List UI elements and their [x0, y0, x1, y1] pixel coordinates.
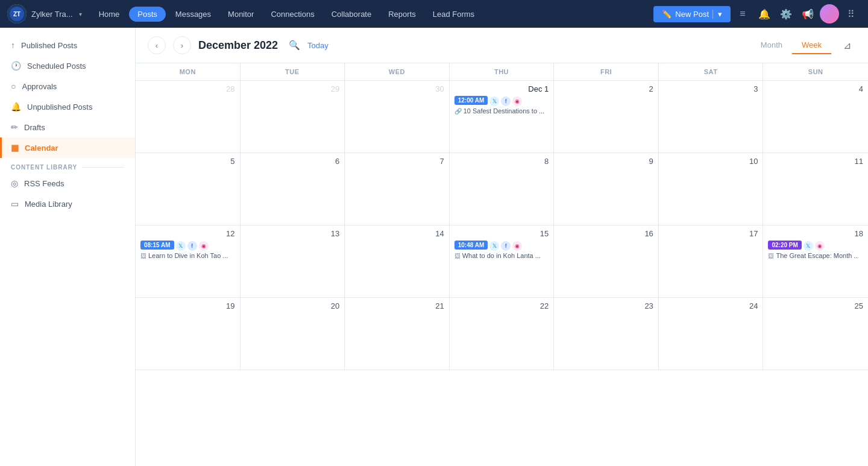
grid-icon[interactable]: ≡	[733, 4, 752, 24]
nav-home[interactable]: Home	[92, 6, 127, 22]
settings-icon[interactable]: ⚙️	[776, 4, 796, 24]
sidebar: ↑ Published Posts 🕐 Scheduled Posts ○ Ap…	[0, 28, 136, 466]
calendar-cell[interactable]: 16	[554, 225, 659, 298]
sidebar-label-media-library: Media Library	[25, 200, 72, 209]
twitter-social-icon: 𝕏	[804, 241, 813, 251]
sidebar-item-calendar[interactable]: ▦ Calendar	[0, 137, 135, 158]
calendar-cell[interactable]: 5	[136, 153, 241, 225]
calendar-cell[interactable]: 19	[136, 298, 241, 370]
calendar-cell[interactable]: 23	[554, 298, 659, 370]
calendar-view-controls: Month Week ⊿	[751, 37, 856, 54]
sidebar-item-rss-feeds[interactable]: ◎ RSS Feeds	[0, 173, 135, 194]
post-event[interactable]: 08:15 AM𝕏f◉🖼Learn to Dive in Koh Tao ...	[140, 241, 235, 259]
calendar-cell[interactable]: 4	[763, 81, 868, 153]
calendar-cell[interactable]: 6	[241, 153, 345, 225]
calendar-cell[interactable]: 11	[763, 153, 868, 225]
calendar-cell[interactable]: 20	[241, 298, 345, 370]
today-button[interactable]: Today	[307, 41, 329, 50]
post-title: 🖼The Great Escape: Month ...	[768, 252, 858, 259]
sidebar-label-approvals: Approvals	[22, 82, 57, 91]
calendar-cell[interactable]: 13	[241, 225, 345, 298]
day-header-sat: SAT	[659, 63, 764, 80]
post-event[interactable]: 02:20 PM𝕏◉🖼The Great Escape: Month ...	[768, 241, 863, 259]
calendar-cell[interactable]: 17	[659, 225, 764, 298]
calendar-cell[interactable]: 8	[450, 153, 555, 225]
day-number: 20	[245, 301, 340, 310]
media-icon: ▭	[11, 199, 19, 209]
instagram-social-icon: ◉	[815, 241, 825, 251]
post-title-text: 10 Safest Destinations to ...	[464, 107, 545, 115]
calendar-cell[interactable]: 9	[554, 153, 659, 225]
divider-line	[82, 167, 124, 168]
calendar-cell[interactable]: 29	[241, 81, 345, 153]
day-header-tue: TUE	[241, 63, 345, 80]
post-event[interactable]: 10:48 AM𝕏f◉🖼What to do in Koh Lanta ...	[454, 241, 549, 259]
prev-month-button[interactable]: ‹	[148, 36, 166, 54]
nav-connections[interactable]: Connections	[263, 6, 321, 22]
calendar-cell[interactable]: 28	[136, 81, 241, 153]
day-number: 7	[350, 157, 444, 166]
nav-messages[interactable]: Messages	[168, 6, 218, 22]
calendar-cell[interactable]: 1802:20 PM𝕏◉🖼The Great Escape: Month ...	[763, 225, 868, 298]
calendar-cell[interactable]: 10	[659, 153, 764, 225]
day-number: 10	[664, 157, 758, 166]
avatar[interactable]	[820, 4, 839, 24]
filter-icon[interactable]: ⊿	[838, 37, 856, 54]
brand-logo-area[interactable]: ZT Zylker Tra... ▾	[7, 4, 82, 24]
day-number: 24	[664, 301, 758, 310]
image-icon: 🖼	[140, 253, 146, 259]
sidebar-item-drafts[interactable]: ✏ Drafts	[0, 117, 135, 137]
day-number: 8	[454, 157, 549, 166]
day-number: 6	[245, 157, 340, 166]
instagram-social-icon: ◉	[512, 241, 522, 251]
calendar-cell[interactable]: 3	[659, 81, 764, 153]
sidebar-item-approvals[interactable]: ○ Approvals	[0, 76, 135, 96]
megaphone-icon[interactable]: 📢	[798, 4, 817, 24]
next-month-button[interactable]: ›	[173, 36, 191, 54]
post-event[interactable]: 12:00 AM𝕏f◉🔗10 Safest Destinations to ..…	[454, 96, 549, 115]
sidebar-label-published-posts: Published Posts	[21, 41, 77, 50]
post-title: 🖼What to do in Koh Lanta ...	[454, 252, 545, 259]
calendar-cell[interactable]: 1208:15 AM𝕏f◉🖼Learn to Dive in Koh Tao .…	[136, 225, 241, 298]
calendar-cell[interactable]: 30	[345, 81, 450, 153]
day-number: 14	[350, 229, 444, 238]
sidebar-item-unpublished-posts[interactable]: 🔔 Unpublished Posts	[0, 96, 135, 117]
edit-outline-icon: ✏	[11, 122, 18, 132]
edit-icon: ✏️	[662, 10, 671, 19]
calendar-cell[interactable]: 7	[345, 153, 450, 225]
new-post-chevron-icon: ▾	[712, 10, 722, 19]
facebook-social-icon: f	[187, 241, 197, 251]
calendar-cell[interactable]: 21	[345, 298, 450, 370]
post-title-text: Learn to Dive in Koh Tao ...	[148, 252, 228, 259]
calendar-cell[interactable]: 1510:48 AM𝕏f◉🖼What to do in Koh Lanta ..…	[450, 225, 555, 298]
day-number: 28	[140, 84, 235, 93]
nav-lead-forms[interactable]: Lead Forms	[426, 6, 482, 22]
apps-icon[interactable]: ⠿	[841, 4, 861, 24]
sidebar-item-media-library[interactable]: ▭ Media Library	[0, 194, 135, 214]
calendar-cell[interactable]: 14	[345, 225, 450, 298]
calendar-cell[interactable]: Dec 112:00 AM𝕏f◉🔗10 Safest Destinations …	[450, 81, 555, 153]
new-post-button[interactable]: ✏️ New Post ▾	[653, 6, 731, 22]
nav-monitor[interactable]: Monitor	[221, 6, 261, 22]
nav-reports[interactable]: Reports	[381, 6, 423, 22]
calendar-cell[interactable]: 22	[450, 298, 555, 370]
month-view-button[interactable]: Month	[751, 37, 792, 54]
calendar-cell[interactable]: 24	[659, 298, 764, 370]
week-view-button[interactable]: Week	[792, 37, 831, 54]
image-icon: 🖼	[768, 253, 774, 259]
nav-collaborate[interactable]: Collaborate	[324, 6, 379, 22]
day-number: 25	[768, 301, 863, 310]
sidebar-item-published-posts[interactable]: ↑ Published Posts	[0, 35, 135, 55]
calendar-cell[interactable]: 2	[554, 81, 659, 153]
sidebar-item-scheduled-posts[interactable]: 🕐 Scheduled Posts	[0, 55, 135, 76]
sidebar-label-drafts: Drafts	[24, 123, 45, 132]
day-headers: MON TUE WED THU FRI SAT SUN	[136, 63, 868, 81]
bell-icon[interactable]: 🔔	[755, 4, 774, 24]
calendar-cell[interactable]: 25	[763, 298, 868, 370]
bell-outline-icon: 🔔	[11, 102, 21, 112]
day-number: 4	[768, 84, 863, 93]
nav-posts[interactable]: Posts	[129, 7, 166, 22]
calendar-icon: ▦	[11, 143, 19, 153]
facebook-social-icon: f	[501, 241, 511, 251]
calendar-search-icon[interactable]: 🔍	[289, 40, 300, 51]
